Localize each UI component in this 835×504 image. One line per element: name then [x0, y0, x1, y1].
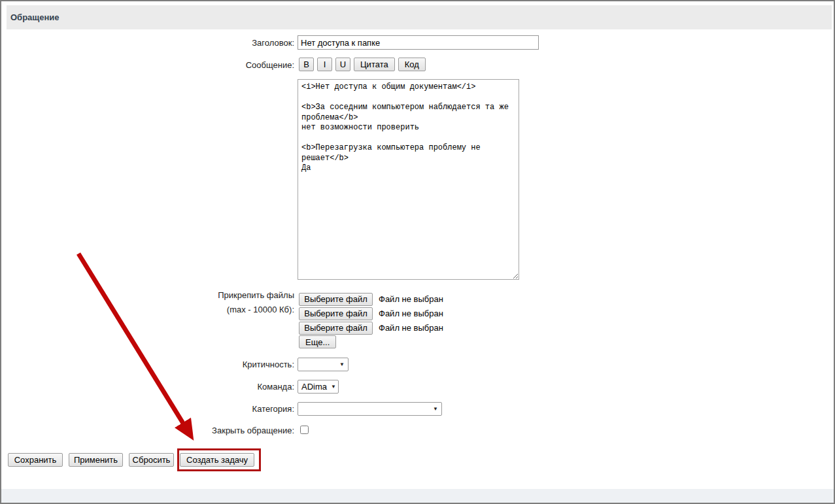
request-form-page: Обращение Заголовок: Сообщение: B I U Ци… — [0, 0, 835, 504]
form-actions: Сохранить Применить Сбросить Создать зад… — [8, 453, 254, 467]
attach-files-label: Прикрепить файлы — [1, 290, 294, 300]
file-status-1: Файл не выбран — [379, 294, 443, 304]
team-value: ADima — [301, 382, 327, 392]
page-header: Обращение — [7, 5, 832, 29]
choose-file-button-2[interactable]: Выберите файл — [299, 307, 373, 320]
page-footer — [1, 489, 834, 503]
attach-files-max-label: (max - 10000 Кб): — [1, 305, 294, 314]
team-select[interactable]: ADima ▼ — [298, 380, 339, 394]
apply-button[interactable]: Применить — [69, 453, 123, 467]
file-status-2: Файл не выбран — [379, 309, 443, 318]
chevron-down-icon: ▼ — [433, 406, 438, 412]
add-more-files-button[interactable]: Еще... — [299, 335, 336, 348]
close-request-label: Закрыть обращение: — [1, 426, 294, 435]
team-label: Команда: — [1, 382, 294, 392]
choose-file-button-1[interactable]: Выберите файл — [299, 293, 373, 306]
quote-button[interactable]: Цитата — [354, 58, 395, 71]
code-button[interactable]: Код — [398, 58, 426, 71]
page-title: Обращение — [7, 12, 60, 22]
criticality-label: Критичность: — [1, 360, 294, 369]
title-label: Заголовок: — [1, 38, 294, 48]
criticality-select[interactable]: ▼ — [298, 358, 349, 371]
file-upload-row: Выберите файл Файл не выбран — [299, 307, 443, 320]
message-label: Сообщение: — [1, 60, 294, 70]
chevron-down-icon: ▼ — [339, 361, 345, 367]
create-task-button[interactable]: Создать задачу — [180, 453, 254, 467]
category-label: Категория: — [1, 404, 294, 414]
reset-button[interactable]: Сбросить — [129, 453, 174, 467]
save-button[interactable]: Сохранить — [8, 453, 63, 467]
chevron-down-icon: ▼ — [331, 384, 336, 390]
close-request-checkbox[interactable] — [300, 426, 309, 434]
message-textarea[interactable] — [298, 79, 519, 280]
message-format-toolbar: B I U Цитата Код — [299, 58, 426, 71]
italic-button[interactable]: I — [317, 58, 332, 71]
title-input[interactable] — [298, 35, 539, 50]
file-upload-row: Выберите файл Файл не выбран — [299, 292, 443, 306]
category-select[interactable]: ▼ — [298, 402, 442, 416]
file-upload-row: Выберите файл Файл не выбран — [299, 321, 443, 335]
underline-button[interactable]: U — [335, 58, 350, 71]
file-status-3: Файл не выбран — [379, 323, 443, 333]
bold-button[interactable]: B — [299, 58, 314, 71]
choose-file-button-3[interactable]: Выберите файл — [299, 322, 373, 335]
